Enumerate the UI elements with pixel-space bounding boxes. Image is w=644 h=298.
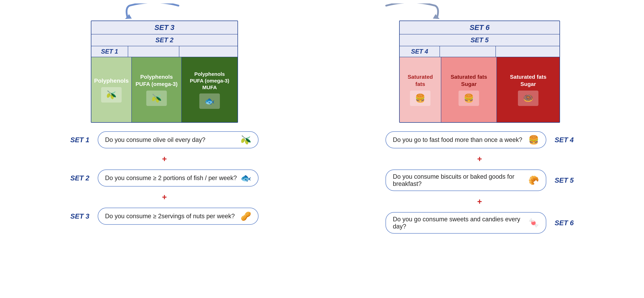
set5-question-row: Do you consume biscuits or baked goods f… — [386, 170, 574, 191]
cell1-label: Polyphenols — [94, 77, 129, 84]
cell4-label: Saturated fats — [402, 74, 438, 88]
set3-food-icon: 🥜 — [240, 211, 251, 221]
main-container: SET 3 SET 2 SET 1 Polyphenols 🫒 Polyphen… — [0, 0, 644, 244]
cell2-label: PolyphenolsPUFA (omega-3) — [136, 74, 178, 88]
plus-4: + — [386, 196, 574, 207]
plus-1: + — [70, 154, 258, 164]
cell3-label: PolyphenolsPUFA (omega-3)MUFA — [190, 71, 230, 91]
set5-subheader: SET 5 — [400, 34, 560, 46]
set3-question-text: Do you consume ≥ 2servings of nuts per w… — [105, 212, 238, 220]
set2-question-row: SET 2 Do you consume ≥ 2 portions of fis… — [70, 170, 258, 186]
set5-col-spacer — [440, 46, 496, 57]
olive-oil-icon-1: 🫒 — [101, 87, 122, 102]
cell-polyphenols-1: Polyphenols 🫒 — [91, 57, 132, 122]
right-arrow — [376, 4, 462, 26]
right-questions: Do you go to fast food more than once a … — [386, 131, 574, 234]
cell-satfats-1: Saturated fats 🍔 — [400, 57, 441, 122]
set3-question-box: Do you consume ≥ 2servings of nuts per w… — [98, 208, 258, 225]
fastfood-icon-2: 🍔 — [458, 90, 479, 106]
set6-question-text: Do you go consume sweets and candies eve… — [393, 216, 526, 230]
set2-subheader: SET 2 — [91, 34, 238, 46]
set1-col-header: SET 1 — [91, 46, 128, 57]
plus-3: + — [386, 154, 574, 164]
set4-question-text: Do you go to fast food more than once a … — [393, 136, 526, 144]
right-content-row: Saturated fats 🍔 Saturated fatsSugar 🍔 S… — [400, 57, 560, 122]
set5-question-box: Do you consume biscuits or baked goods f… — [386, 170, 546, 191]
set2-question-text: Do you consume ≥ 2 portions of fish / pe… — [105, 174, 238, 182]
cell6-label: Saturated fatsSugar — [510, 74, 546, 88]
set6-question-box: Do you go consume sweets and candies eve… — [386, 212, 546, 234]
set5-label: SET 5 — [550, 176, 574, 184]
set1-question-text: Do you consume olive oil every day? — [105, 136, 238, 144]
set1-question-row: SET 1 Do you consume olive oil every day… — [70, 131, 258, 148]
fastfood-icon-1: 🍔 — [410, 90, 430, 106]
set4-label: SET 4 — [550, 136, 574, 144]
set4-question-row: Do you go to fast food more than once a … — [386, 131, 574, 148]
olive-oil-fish-icon: 🫒 — [146, 90, 167, 106]
set2-label: SET 2 — [70, 174, 94, 182]
set2-question-box: Do you consume ≥ 2 portions of fish / pe… — [98, 170, 258, 186]
left-half: SET 3 SET 2 SET 1 Polyphenols 🫒 Polyphen… — [14, 20, 315, 234]
set2-col-spacer — [128, 46, 180, 57]
set6-question-row: Do you go consume sweets and candies eve… — [386, 212, 574, 234]
set5-question-text: Do you consume biscuits or baked goods f… — [393, 173, 526, 188]
set6-food-icon: 🍬 — [528, 218, 539, 228]
set1-subheader-row: SET 1 — [91, 46, 238, 57]
left-set-table: SET 3 SET 2 SET 1 Polyphenols 🫒 Polyphen… — [91, 20, 238, 123]
left-arrow — [120, 4, 205, 26]
cell-satfats-2: Saturated fatsSugar 🍔 — [441, 57, 497, 122]
set6-col-spacer — [496, 46, 560, 57]
set3-label: SET 3 — [70, 212, 94, 220]
set2-food-icon: 🐟 — [240, 173, 251, 183]
cell-polyphenols-3: PolyphenolsPUFA (omega-3)MUFA 🐟 — [182, 57, 238, 122]
set4-question-box: Do you go to fast food more than once a … — [386, 131, 546, 148]
cell5-label: Saturated fatsSugar — [451, 74, 487, 88]
set1-question-box: Do you consume olive oil every day? 🫒 — [98, 131, 258, 148]
set1-label: SET 1 — [70, 136, 94, 144]
set3-col-spacer — [179, 46, 238, 57]
cell-satfats-3: Saturated fatsSugar 🍩 — [497, 57, 560, 122]
set4-food-icon: 🍔 — [528, 135, 539, 145]
sweets-icon: 🍩 — [518, 90, 538, 106]
cell-polyphenols-2: PolyphenolsPUFA (omega-3) 🫒 — [132, 57, 182, 122]
left-content-row: Polyphenols 🫒 PolyphenolsPUFA (omega-3) … — [91, 57, 238, 122]
set4-subheader-row: SET 4 — [400, 46, 560, 57]
set6-label: SET 6 — [550, 219, 574, 227]
right-set-table: SET 6 SET 5 SET 4 Saturated fats 🍔 Satur… — [399, 20, 560, 123]
left-questions: SET 1 Do you consume olive oil every day… — [70, 131, 258, 225]
set1-food-icon: 🫒 — [240, 135, 251, 145]
set4-col-header: SET 4 — [400, 46, 440, 57]
set3-question-row: SET 3 Do you consume ≥ 2servings of nuts… — [70, 208, 258, 225]
plus-2: + — [70, 192, 258, 202]
right-half: SET 6 SET 5 SET 4 Saturated fats 🍔 Satur… — [329, 20, 630, 234]
set5-food-icon: 🥐 — [528, 175, 539, 185]
fish-nuts-icon: 🐟 — [199, 94, 220, 109]
